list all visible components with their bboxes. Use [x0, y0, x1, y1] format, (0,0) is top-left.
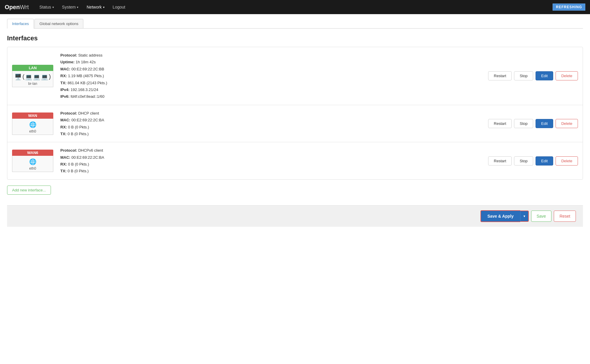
- iface-icons-wan: 🌐: [14, 121, 52, 128]
- nav-item-status[interactable]: Status ▾: [36, 2, 57, 12]
- save-button[interactable]: Save: [531, 211, 552, 222]
- main-content: Interfaces Global network options Interf…: [0, 14, 590, 364]
- wan-protocol-value: DHCP client: [78, 111, 99, 115]
- wan6-mac-value: 00:E2:69:22:2C:BA: [72, 155, 104, 160]
- wan-restart-button[interactable]: Restart: [488, 119, 512, 128]
- lan-rx-label: RX:: [60, 74, 67, 78]
- wan-stop-button[interactable]: Stop: [514, 119, 533, 128]
- wan6-protocol-label: Protocol:: [60, 148, 77, 153]
- wan6-stop-button[interactable]: Stop: [514, 156, 533, 166]
- network-pc-icon-2: 💻: [33, 73, 40, 80]
- page-title: Interfaces: [7, 34, 583, 42]
- lan-tx-value: 861.04 KB (2143 Pkts.): [68, 81, 107, 85]
- wan-tx-value: 0 B (0 Pkts.): [68, 132, 89, 136]
- iface-badge-wan: WAN: [12, 112, 53, 119]
- iface-inner-lan: 🖥️ ( 💻 💻 💻 ) br-lan: [12, 71, 53, 87]
- wan-protocol-label: Protocol:: [60, 111, 77, 115]
- status-dropdown-arrow: ▾: [52, 6, 54, 9]
- iface-inner-wan6: 🌐 eth0: [12, 156, 53, 172]
- lan-ipv4-value: 192.168.3.21/24: [71, 87, 98, 92]
- tab-interfaces[interactable]: Interfaces: [7, 19, 34, 29]
- wan-edit-button[interactable]: Edit: [536, 119, 553, 128]
- nav-item-logout[interactable]: Logout: [109, 2, 129, 12]
- lan-protocol-label: Protocol:: [60, 53, 77, 57]
- lan-ipv6-value: fd4f:c0ef:8ead::1/60: [71, 94, 105, 99]
- lan-ipv6-label: IPv6:: [60, 94, 69, 99]
- save-apply-button[interactable]: Save & Apply: [480, 210, 520, 222]
- nav-item-system[interactable]: System ▾: [59, 2, 82, 12]
- iface-buttons-wan6: Restart Stop Edit Delete: [488, 156, 578, 166]
- wan6-tx-label: TX:: [60, 169, 67, 173]
- footer-bar: Save & Apply ▾ Save Reset: [7, 205, 583, 227]
- network-pc-icon-1: 💻: [25, 73, 32, 80]
- iface-card-lan: LAN 🖥️ ( 💻 💻 💻 ) br-lan: [12, 65, 53, 87]
- iface-device-name-wan: eth0: [14, 129, 52, 133]
- lan-mac-label: MAC:: [60, 67, 70, 71]
- iface-buttons-lan: Restart Stop Edit Delete: [488, 71, 578, 80]
- iface-card-wan6: WAN6 🌐 eth0: [12, 150, 53, 172]
- network-pc-icon-3: 💻: [41, 73, 48, 80]
- iface-icons-wan6: 🌐: [14, 158, 52, 165]
- wan6-rx-value: 0 B (0 Pkts.): [68, 162, 89, 166]
- network-paren-open-icon: (: [22, 73, 24, 80]
- lan-tx-label: TX:: [60, 81, 67, 85]
- lan-edit-button[interactable]: Edit: [536, 71, 553, 80]
- lan-rx-value: 1.19 MB (4875 Pkts.): [68, 74, 104, 78]
- iface-badge-lan: LAN: [12, 65, 53, 71]
- wan-tx-label: TX:: [60, 132, 67, 136]
- add-interface-section: Add new interface...: [7, 180, 583, 198]
- interface-row-wan6: WAN6 🌐 eth0 Protocol: DHCPv6 client MAC:…: [7, 142, 583, 179]
- iface-device-name-lan: br-lan: [14, 82, 52, 86]
- wan6-protocol-value: DHCPv6 client: [78, 148, 103, 153]
- tab-global-network-options[interactable]: Global network options: [34, 19, 83, 28]
- network-paren-close-icon: ): [49, 73, 51, 80]
- iface-inner-wan: 🌐 eth0: [12, 119, 53, 135]
- wan-mac-label: MAC:: [60, 118, 70, 122]
- navbar: OpenWrt Status ▾ System ▾ Network ▾ Logo…: [0, 0, 590, 14]
- iface-info-lan: Protocol: Static address Uptime: 1h 18m …: [60, 52, 481, 100]
- network-device-icon: 🖥️: [14, 73, 22, 80]
- network-dropdown-arrow: ▾: [103, 6, 105, 9]
- lan-uptime-label: Uptime:: [60, 60, 74, 64]
- lan-mac-value: 00:E2:69:22:2C:BB: [72, 67, 104, 71]
- wan-rx-label: RX:: [60, 125, 67, 129]
- interfaces-list: LAN 🖥️ ( 💻 💻 💻 ) br-lan Protocol: Static…: [7, 47, 583, 180]
- system-dropdown-arrow: ▾: [77, 6, 78, 9]
- lan-ipv4-label: IPv4:: [60, 87, 69, 92]
- add-interface-button[interactable]: Add new interface...: [7, 186, 51, 195]
- lan-delete-button[interactable]: Delete: [556, 71, 578, 80]
- wan6-restart-button[interactable]: Restart: [488, 156, 512, 166]
- iface-card-wan: WAN 🌐 eth0: [12, 112, 53, 135]
- save-apply-group: Save & Apply ▾: [480, 210, 529, 222]
- wan-network-icon: 🌐: [29, 121, 37, 128]
- brand-logo: OpenWrt: [5, 4, 29, 11]
- wan6-tx-value: 0 B (0 Pkts.): [68, 169, 89, 173]
- iface-badge-wan6: WAN6: [12, 150, 53, 156]
- nav-links: Status ▾ System ▾ Network ▾ Logout: [36, 2, 129, 12]
- tabs-bar: Interfaces Global network options: [7, 19, 583, 29]
- wan-rx-value: 0 B (0 Pkts.): [68, 125, 89, 129]
- wan-mac-value: 00:E2:69:22:2C:BA: [72, 118, 104, 122]
- wan-delete-button[interactable]: Delete: [556, 119, 578, 128]
- iface-icons-lan: 🖥️ ( 💻 💻 💻 ): [14, 73, 52, 80]
- lan-uptime-value: 1h 18m 42s: [76, 60, 96, 64]
- iface-device-name-wan6: eth0: [14, 166, 52, 171]
- nav-item-network[interactable]: Network ▾: [83, 2, 108, 12]
- lan-restart-button[interactable]: Restart: [488, 71, 512, 80]
- wan6-delete-button[interactable]: Delete: [556, 156, 578, 166]
- save-apply-dropdown-button[interactable]: ▾: [520, 211, 529, 222]
- interface-row-wan: WAN 🌐 eth0 Protocol: DHCP client MAC: 00…: [7, 105, 583, 143]
- wan6-network-icon: 🌐: [29, 158, 37, 165]
- refreshing-badge: REFRESHING: [553, 4, 585, 11]
- reset-button[interactable]: Reset: [554, 211, 576, 222]
- interface-row-lan: LAN 🖥️ ( 💻 💻 💻 ) br-lan Protocol: Static…: [7, 47, 583, 105]
- wan6-edit-button[interactable]: Edit: [536, 156, 553, 166]
- lan-protocol-value: Static address: [78, 53, 102, 57]
- wan6-rx-label: RX:: [60, 162, 67, 166]
- iface-buttons-wan: Restart Stop Edit Delete: [488, 119, 578, 128]
- iface-info-wan6: Protocol: DHCPv6 client MAC: 00:E2:69:22…: [60, 147, 481, 175]
- iface-info-wan: Protocol: DHCP client MAC: 00:E2:69:22:2…: [60, 110, 481, 138]
- wan6-mac-label: MAC:: [60, 155, 70, 160]
- lan-stop-button[interactable]: Stop: [514, 71, 533, 80]
